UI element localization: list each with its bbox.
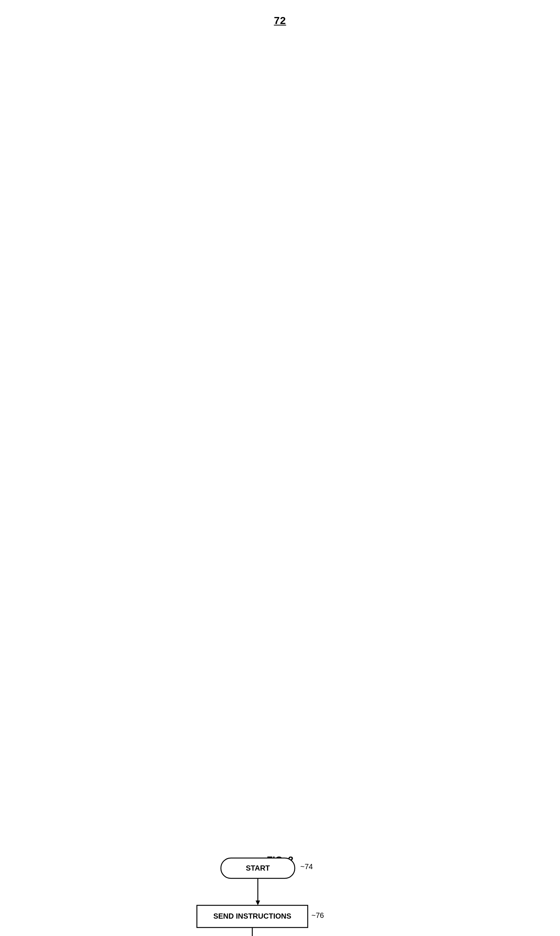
- flowchart-svg: START ~74 SEND INSTRUCTIONS ~76 DETECT I…: [140, 847, 420, 936]
- diagram-container: 72 START ~74 SEND INSTRUCTIONS ~76 DETEC…: [140, 15, 420, 902]
- svg-text:START: START: [246, 864, 270, 872]
- svg-text:~76: ~76: [311, 911, 324, 919]
- svg-text:~74: ~74: [300, 862, 313, 871]
- svg-text:SEND INSTRUCTIONS: SEND INSTRUCTIONS: [213, 912, 291, 920]
- flowchart: START ~74 SEND INSTRUCTIONS ~76 DETECT I…: [140, 847, 420, 866]
- diagram-title: 72: [140, 15, 420, 26]
- svg-marker-4: [255, 901, 260, 905]
